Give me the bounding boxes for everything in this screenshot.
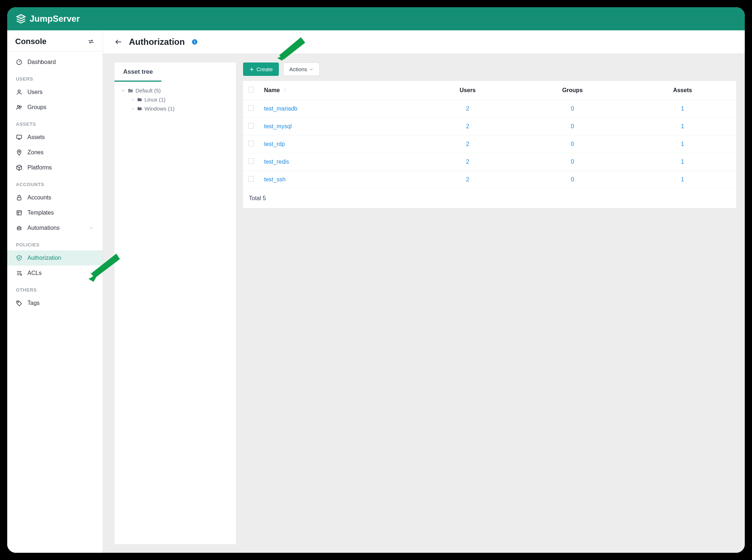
pin-icon [16,149,22,156]
row-assets[interactable]: 1 [629,171,736,189]
sidebar-item-acls[interactable]: ACLs [7,266,103,281]
page-title: Authorization [129,37,185,47]
row-name-cell: test_rdp [259,135,419,153]
row-assets[interactable]: 1 [629,153,736,171]
nav-label: Zones [27,149,43,156]
section-accounts: ACCOUNTS [7,175,103,190]
chevron-down-icon [89,271,94,276]
sidebar-item-platforms[interactable]: Platforms [7,160,103,175]
row-checkbox[interactable] [248,158,254,164]
row-name-link[interactable]: test_rdp [264,141,285,147]
col-users-label: Users [460,87,476,93]
page-header: Authorization i [103,30,745,54]
actions-button[interactable]: Actions [283,63,320,76]
row-users[interactable]: 2 [419,153,516,171]
col-name[interactable]: Name [259,81,419,100]
folder-open-icon [128,88,133,94]
sidebar-item-users[interactable]: Users [7,85,103,100]
section-policies: POLICIES [7,236,103,250]
create-button[interactable]: Create [243,63,279,76]
sidebar-item-templates[interactable]: Templates [7,205,103,220]
tree-root[interactable]: Default (5) [121,86,229,95]
row-groups[interactable]: 0 [516,135,629,153]
row-name-link[interactable]: test_ssh [264,176,286,182]
asset-tree-tab[interactable]: Asset tree [114,63,161,82]
col-groups: Groups [516,81,629,100]
tree-child-label: Windows (1) [144,105,174,112]
info-icon[interactable]: i [191,39,198,45]
row-checkbox[interactable] [248,123,254,129]
row-assets[interactable]: 1 [629,100,736,118]
tree-child-linux[interactable]: Linux (1) [121,95,229,104]
row-groups[interactable]: 0 [516,100,629,118]
row-name-cell: test_mariadb [259,100,419,118]
row-name-link[interactable]: test_redis [264,159,289,165]
row-users[interactable]: 2 [419,171,516,189]
table-panel: Create Actions Name [243,63,736,544]
asset-tree-panel: Asset tree Default (5) Linux (1) [114,63,236,544]
row-name-link[interactable]: test_mariadb [264,105,298,112]
tree-child-windows[interactable]: Windows (1) [121,104,229,113]
row-checkbox[interactable] [248,176,254,182]
back-arrow-icon[interactable] [114,38,122,46]
lock-icon [16,194,22,201]
table-row: test_redis201 [243,153,736,171]
table-row: test_rdp201 [243,135,736,153]
acl-icon [16,270,22,276]
monitor-icon [16,134,22,141]
svg-point-12 [21,274,22,275]
row-assets[interactable]: 1 [629,135,736,153]
col-assets: Assets [629,81,736,100]
gauge-icon [16,59,22,65]
nav-label: Dashboard [27,59,56,65]
table-row: test_ssh201 [243,171,736,189]
sidebar-item-groups[interactable]: Groups [7,100,103,115]
nav-label: Accounts [27,194,51,201]
row-checkbox-cell [243,171,259,189]
table-toolbar: Create Actions [243,63,736,81]
section-others: OTHERS [7,281,103,296]
content-row: Asset tree Default (5) Linux (1) [103,54,745,553]
sidebar: Console Dashboard USERS Users [7,30,103,553]
row-users[interactable]: 2 [419,100,516,118]
section-users: USERS [7,70,103,85]
sidebar-item-dashboard[interactable]: Dashboard [7,55,103,70]
row-checkbox-cell [243,135,259,153]
sidebar-item-tags[interactable]: Tags [7,296,103,311]
sidebar-item-accounts[interactable]: Accounts [7,190,103,205]
chevron-right-icon [131,107,135,111]
tree-root-label: Default (5) [135,87,161,94]
chevron-down-icon [309,67,314,72]
row-users[interactable]: 2 [419,135,516,153]
row-groups[interactable]: 0 [516,118,629,135]
nav-label: Platforms [27,164,52,171]
brand-name: JumpServer [30,14,80,24]
row-assets[interactable]: 1 [629,118,736,135]
select-all-checkbox[interactable] [248,87,254,92]
row-groups[interactable]: 0 [516,153,629,171]
sidebar-item-zones[interactable]: Zones [7,145,103,160]
create-label: Create [256,66,273,72]
row-checkbox-cell [243,100,259,118]
plus-icon [249,67,254,72]
row-name-link[interactable]: test_mysql [264,123,291,129]
row-groups[interactable]: 0 [516,171,629,189]
row-checkbox[interactable] [248,141,254,146]
sidebar-item-assets[interactable]: Assets [7,130,103,145]
row-name-cell: test_redis [259,153,419,171]
sidebar-item-authorization[interactable]: Authorization [7,250,103,266]
tag-icon [16,300,22,306]
shield-icon [16,255,22,261]
svg-point-13 [18,302,18,302]
sort-icon [283,88,287,92]
nav-label: ACLs [27,270,42,276]
svg-point-10 [18,228,19,229]
chevron-right-icon [131,98,135,102]
row-users[interactable]: 2 [419,118,516,135]
table-row: test_mariadb201 [243,100,736,118]
row-checkbox-cell [243,153,259,171]
sidebar-item-automations[interactable]: Automations [7,220,103,236]
row-checkbox[interactable] [248,105,254,111]
svg-point-2 [18,90,20,92]
switch-icon[interactable] [87,38,95,45]
